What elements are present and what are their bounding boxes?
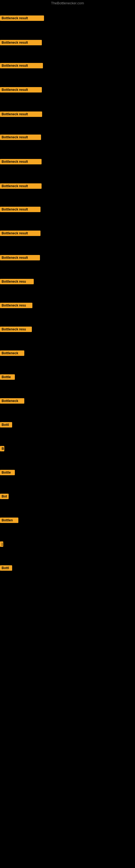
bottleneck-result-badge-4: Bottleneck result	[0, 87, 42, 93]
bottleneck-result-badge-15: Bottleneck	[0, 350, 24, 356]
bottleneck-result-badge-22: Bottlen	[0, 518, 18, 523]
bottleneck-result-badge-11: Bottleneck result	[0, 255, 40, 260]
bottleneck-result-badge-3: Bottleneck result	[0, 63, 43, 68]
bottleneck-result-badge-13: Bottleneck resu	[0, 303, 32, 308]
bottleneck-result-badge-10: Bottleneck result	[0, 230, 41, 236]
bottleneck-result-badge-6: Bottleneck result	[0, 134, 41, 140]
bottleneck-result-badge-20: Bottle	[0, 470, 15, 475]
bottleneck-result-badge-2: Bottleneck result	[0, 40, 42, 45]
bottleneck-result-badge-23: |	[0, 541, 3, 547]
bottleneck-result-badge-12: Bottleneck resu	[0, 279, 34, 284]
bottleneck-result-badge-18: Bottl	[0, 422, 12, 428]
bottleneck-result-badge-24: Bottl	[0, 565, 12, 571]
bottleneck-result-badge-8: Bottleneck result	[0, 183, 42, 189]
bottleneck-result-badge-14: Bottleneck resu	[0, 327, 32, 332]
bottleneck-result-badge-17: Bottleneck	[0, 398, 24, 404]
bottleneck-result-badge-21: Bot	[0, 494, 9, 499]
bottleneck-result-badge-19: B	[0, 446, 4, 452]
site-title: TheBottlenecker.com	[0, 1, 135, 5]
bottleneck-result-badge-16: Bottle	[0, 374, 15, 380]
bottleneck-result-badge-9: Bottleneck result	[0, 207, 41, 212]
bottleneck-result-badge-5: Bottleneck result	[0, 112, 42, 117]
bottleneck-result-badge-1: Bottleneck result	[0, 16, 44, 21]
bottleneck-result-badge-7: Bottleneck result	[0, 159, 42, 164]
